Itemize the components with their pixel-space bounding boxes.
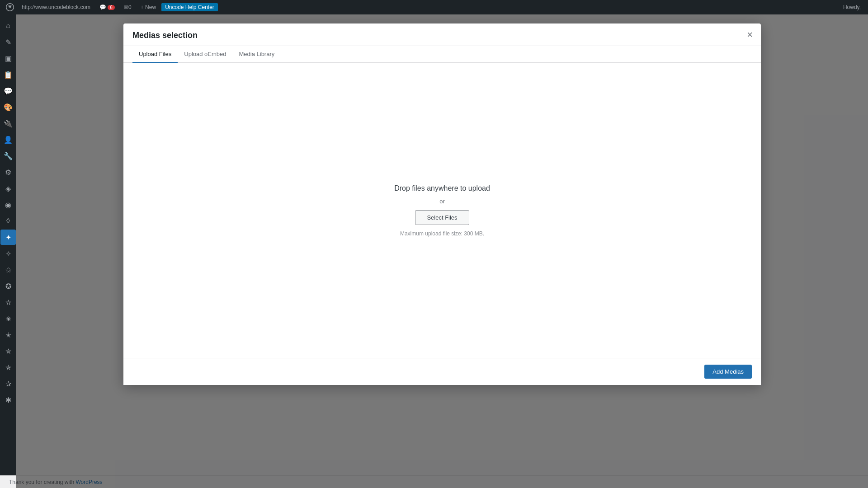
- sidebar-icon-appearance[interactable]: 🎨: [0, 99, 16, 115]
- sidebar-icon-dashboard[interactable]: ⌂: [0, 18, 16, 33]
- sidebar-icon-custom6[interactable]: ✩: [0, 262, 16, 277]
- select-files-button[interactable]: Select Files: [415, 210, 469, 225]
- tab-upload-files[interactable]: Upload Files: [132, 46, 178, 63]
- messages-count[interactable]: ✉ 0: [120, 0, 135, 14]
- sidebar-icon-media[interactable]: ▣: [0, 51, 16, 66]
- modal-title: Medias selection: [132, 31, 198, 46]
- sidebar-icon-pages[interactable]: 📋: [0, 67, 16, 82]
- wp-logo-icon[interactable]: [4, 1, 16, 14]
- sidebar-icon-custom12[interactable]: ✯: [0, 360, 16, 375]
- admin-sidebar: ⌂ ✎ ▣ 📋 💬 🎨 🔌 👤 🔧 ⚙ ◈ ◉ ◊ ✦ ✧ ✩ ✪ ✫ ✬ ✭ …: [0, 14, 16, 488]
- sidebar-icon-custom2[interactable]: ◉: [0, 197, 16, 212]
- max-upload-size: Maximum upload file size: 300 MB.: [400, 230, 484, 237]
- or-separator: or: [439, 198, 445, 205]
- sidebar-icon-custom1[interactable]: ◈: [0, 181, 16, 196]
- add-medias-button[interactable]: Add Medias: [704, 365, 752, 379]
- sidebar-icon-custom10[interactable]: ✭: [0, 327, 16, 343]
- medias-selection-modal: Medias selection × Upload Files Upload o…: [123, 23, 761, 385]
- sidebar-icon-posts[interactable]: ✎: [0, 34, 16, 50]
- sidebar-icon-custom3[interactable]: ◊: [0, 213, 16, 229]
- tab-media-library[interactable]: Media Library: [233, 46, 281, 63]
- new-content[interactable]: + New: [137, 0, 160, 14]
- drop-files-text: Drop files anywhere to upload: [394, 184, 490, 192]
- sidebar-icon-comments[interactable]: 💬: [0, 83, 16, 99]
- sidebar-icon-custom5[interactable]: ✧: [0, 246, 16, 261]
- modal-footer: Add Medias: [123, 358, 761, 385]
- modal-close-button[interactable]: ×: [745, 28, 755, 42]
- modal-tabs: Upload Files Upload oEmbed Media Library: [123, 46, 761, 63]
- sidebar-icon-custom7[interactable]: ✪: [0, 278, 16, 294]
- sidebar-icon-custom11[interactable]: ✮: [0, 343, 16, 359]
- comments-count[interactable]: 💬 6: [96, 0, 118, 14]
- sidebar-icon-users[interactable]: 👤: [0, 132, 16, 147]
- modal-body: Drop files anywhere to upload or Select …: [123, 63, 761, 358]
- sidebar-icon-tools[interactable]: 🔧: [0, 148, 16, 164]
- site-name[interactable]: http://www.uncodeblock.com: [18, 0, 94, 14]
- sidebar-icon-custom8[interactable]: ✫: [0, 295, 16, 310]
- modal-overlay: Medias selection × Upload Files Upload o…: [16, 14, 868, 488]
- sidebar-icon-plugins[interactable]: 🔌: [0, 116, 16, 131]
- sidebar-icon-custom14[interactable]: ✱: [0, 392, 16, 408]
- tab-upload-oembed[interactable]: Upload oEmbed: [178, 46, 232, 63]
- upload-area: Drop files anywhere to upload or Select …: [394, 184, 490, 237]
- sidebar-icon-custom13[interactable]: ✰: [0, 376, 16, 391]
- sidebar-icon-settings[interactable]: ⚙: [0, 164, 16, 180]
- howdy-text: Howdy,: [840, 4, 864, 10]
- admin-bar: http://www.uncodeblock.com 💬 6 ✉ 0 + New…: [0, 0, 868, 14]
- sidebar-icon-custom4[interactable]: ✦: [0, 230, 16, 245]
- modal-header: Medias selection ×: [123, 23, 761, 46]
- sidebar-icon-custom9[interactable]: ✬: [0, 311, 16, 326]
- help-center-link[interactable]: Uncode Help Center: [161, 3, 218, 11]
